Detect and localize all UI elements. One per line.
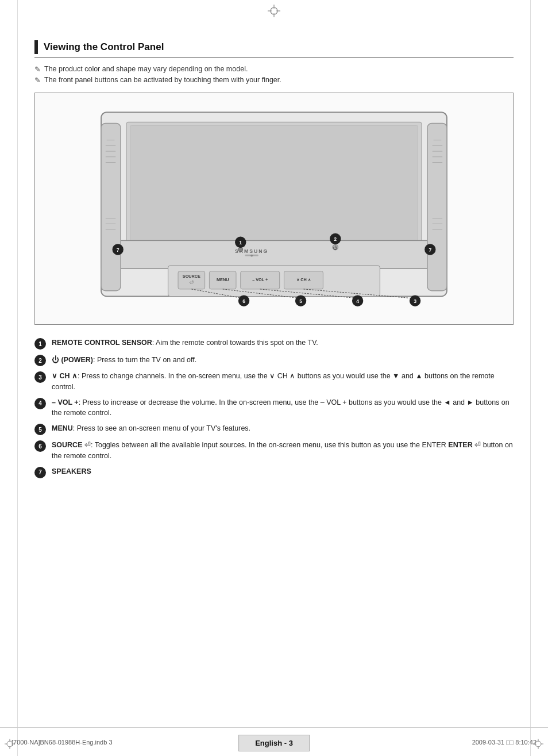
svg-text:⏻: ⏻	[333, 245, 338, 251]
note-icon-1: ✎	[34, 65, 41, 74]
desc-enter-icon: ⏎	[473, 441, 481, 449]
svg-text:MENU: MENU	[217, 277, 229, 282]
svg-text:2: 2	[334, 236, 337, 242]
svg-text:6: 6	[242, 298, 245, 304]
desc-num-5: 5	[34, 424, 46, 435]
svg-text:– VOL +: – VOL +	[252, 277, 268, 282]
notes-area: ✎ The product color and shape may vary d…	[34, 65, 514, 85]
desc-item-1: 1 REMOTE CONTROL SENSOR: Aim the remote …	[34, 337, 514, 350]
desc-label-4: – VOL +	[52, 398, 79, 406]
svg-point-40	[238, 247, 243, 252]
svg-text:SOURCE: SOURCE	[183, 274, 200, 279]
desc-item-2: 2 ⏻ (POWER): Press to turn the TV on and…	[34, 354, 514, 366]
desc-body-5: : Press to see an on-screen menu of your…	[73, 424, 250, 432]
desc-item-4: 4 – VOL +: Press to increase or decrease…	[34, 397, 514, 419]
svg-text:⏎: ⏎	[190, 280, 194, 285]
svg-rect-8	[101, 240, 447, 268]
crosshair-left-icon	[5, 739, 15, 750]
section-title-bar: Viewing the Control Panel	[34, 40, 514, 58]
desc-body-1: : Aim the remote control towards this sp…	[152, 339, 318, 347]
svg-text:4: 4	[356, 298, 359, 304]
desc-text-3: ∨ CH ∧: Press to change channels. In the…	[52, 371, 514, 393]
svg-text:7: 7	[117, 247, 119, 253]
desc-num-4: 4	[34, 398, 46, 409]
desc-body-2: : Press to turn the TV on and off.	[93, 356, 196, 364]
footer-right: 2009-03-31 □□ 8:10:42	[472, 739, 537, 746]
svg-rect-7	[130, 125, 418, 241]
desc-text-7: SPEAKERS	[52, 466, 514, 477]
descriptions-list: 1 REMOTE CONTROL SENSOR: Aim the remote …	[34, 337, 514, 478]
desc-body-4: : Press to increase or decrease the volu…	[52, 398, 510, 417]
desc-num-6: 6	[34, 440, 46, 452]
desc-item-7: 7 SPEAKERS	[34, 466, 514, 478]
note-text-1: The product color and shape may vary dep…	[44, 65, 248, 73]
desc-num-1: 1	[34, 338, 46, 350]
crosshair-right-icon	[533, 739, 543, 750]
desc-item-5: 5 MENU: Press to see an on-screen menu o…	[34, 423, 514, 435]
desc-text-5: MENU: Press to see an on-screen menu of …	[52, 423, 514, 434]
desc-label-7: SPEAKERS	[52, 467, 91, 475]
footer-left: [7000-NA]BN68-01988H-Eng.indb 3	[11, 739, 113, 746]
desc-power-icon: ⏻	[52, 355, 59, 364]
desc-text-6: SOURCE ⏎: Toggles between all the availa…	[52, 440, 514, 462]
note-text-2: The front panel buttons can be activated…	[44, 76, 281, 84]
desc-source-icon: ⏎	[84, 441, 91, 449]
tv-diagram-wrapper: SAMSUNG SOURCE ⏎ MENU – VOL + ∨ CH ∧	[34, 93, 514, 325]
section-title: Viewing the Control Panel	[44, 41, 164, 53]
title-accent	[34, 40, 38, 54]
footer-center-label: English - 3	[238, 735, 310, 751]
svg-text:7: 7	[429, 247, 431, 253]
svg-rect-22	[101, 124, 121, 291]
note-icon-2: ✎	[34, 76, 41, 85]
svg-point-11	[250, 255, 253, 257]
svg-point-68	[535, 741, 541, 747]
crosshair-top-icon	[268, 5, 280, 17]
svg-text:3: 3	[414, 298, 416, 304]
tv-diagram: SAMSUNG SOURCE ⏎ MENU – VOL + ∨ CH ∧	[45, 103, 503, 316]
footer-center-text: English - 3	[255, 739, 293, 747]
desc-body-3: : Press to change channels. In the on-sc…	[52, 372, 495, 391]
desc-text-1: REMOTE CONTROL SENSOR: Aim the remote co…	[52, 337, 514, 348]
note-line-1: ✎ The product color and shape may vary d…	[34, 65, 514, 74]
desc-label-5: MENU	[52, 424, 73, 432]
desc-num-2: 2	[34, 355, 46, 366]
crosshair-top	[268, 5, 280, 19]
svg-text:∨ CH ∧: ∨ CH ∧	[296, 277, 311, 282]
svg-text:1: 1	[239, 240, 242, 245]
desc-text-4: – VOL +: Press to increase or decrease t…	[52, 397, 514, 419]
svg-rect-31	[427, 124, 447, 291]
margin-line-right	[530, 0, 531, 756]
desc-num-7: 7	[34, 467, 46, 478]
note-line-2: ✎ The front panel buttons can be activat…	[34, 76, 514, 85]
desc-label-3: ∨ CH ∧	[52, 372, 78, 380]
svg-text:5: 5	[299, 298, 302, 304]
desc-enter-label: ENTER	[448, 441, 472, 449]
desc-label-1: REMOTE CONTROL SENSOR	[52, 339, 152, 347]
tv-illustration: SAMSUNG SOURCE ⏎ MENU – VOL + ∨ CH ∧	[45, 103, 503, 316]
desc-item-6: 6 SOURCE ⏎: Toggles between all the avai…	[34, 440, 514, 462]
desc-label-2: (POWER)	[61, 356, 93, 364]
desc-text-2: ⏻ (POWER): Press to turn the TV on and o…	[52, 354, 514, 366]
desc-body-6: : Toggles between all the available inpu…	[91, 441, 446, 449]
desc-item-3: 3 ∨ CH ∧: Press to change channels. In t…	[34, 371, 514, 393]
desc-label-6: SOURCE	[52, 441, 82, 449]
desc-num-3: 3	[34, 371, 46, 383]
svg-point-63	[7, 741, 13, 747]
margin-line-left	[17, 0, 18, 756]
page-container: Viewing the Control Panel ✎ The product …	[0, 0, 548, 756]
